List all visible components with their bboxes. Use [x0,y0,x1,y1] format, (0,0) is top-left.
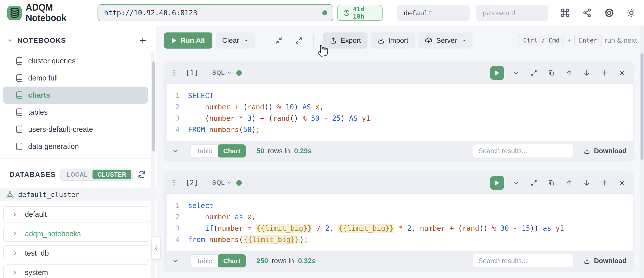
export-button[interactable]: Export [323,32,367,49]
download-label: Download [594,257,626,265]
expand-diagonal-icon [530,69,537,76]
move-cell-up-button[interactable] [565,178,574,187]
drag-handle-icon[interactable] [171,180,176,186]
database-item-adqm_notebooks[interactable]: adqm_notebooks [3,226,150,242]
close-icon [618,69,625,76]
command-shortcuts-button[interactable] [560,7,571,18]
chevron-down-icon [513,69,520,76]
line-number: 2 [167,101,183,113]
sidebar-collapse-button[interactable] [152,236,161,260]
download-icon [583,257,590,264]
run-all-button[interactable]: Run All [164,32,212,49]
cell-language-select[interactable]: SQL [212,69,231,76]
cell-status-dot [236,180,242,186]
drag-handle-icon[interactable] [171,70,176,76]
cell-collapse-button[interactable] [512,68,521,77]
download-results-button[interactable]: Download [583,147,626,155]
rows-text: rows in [268,147,290,155]
collapse-all-cells-button[interactable] [273,35,285,46]
search-results-input[interactable] [473,144,573,158]
clear-button[interactable]: Clear [216,32,255,49]
import-button[interactable]: Import [371,32,415,49]
view-table-tab[interactable]: Table [191,144,218,157]
code-editor[interactable]: 1SELECT2 number + (rand() % 10) AS x,3 (… [164,84,633,141]
cell-collapse-button[interactable] [512,178,521,187]
results-collapse-button[interactable] [171,256,180,265]
uptime-badge: 41d 18h [337,5,383,21]
play-icon [495,180,500,186]
move-cell-up-button[interactable] [565,68,574,77]
refresh-databases-button[interactable] [137,170,147,180]
sidebar-item-tables[interactable]: tables [3,104,148,121]
code-text: (number * 3) + (rand() % 50 - 25) AS y1 [183,113,370,124]
chevron-down-icon [172,257,179,264]
view-table-tab[interactable]: Table [191,254,218,267]
code-line: 2 number as x, [167,211,633,223]
code-text: number + (rand() % 10) AS x, [183,101,324,113]
code-lines[interactable]: 1SELECT2 number + (rand() % 10) AS x,3 (… [167,84,633,141]
password-input[interactable] [476,5,548,21]
database-item-system[interactable]: system [3,264,150,278]
cloud-sync-icon [425,36,433,45]
code-gutter-accent [164,84,167,141]
toggle-local[interactable]: LOCAL [62,170,93,179]
move-cell-down-button[interactable] [582,68,591,77]
line-number: 4 [167,234,183,245]
sidebar-item-cluster-queries[interactable]: cluster queries [3,52,148,69]
toggle-cluster[interactable]: CLUSTER [93,170,131,179]
sidebar-scrollbar-thumb[interactable] [152,61,155,151]
notebook-icon [15,91,24,99]
database-item-default[interactable]: default [3,206,150,222]
header-icon-group [560,7,637,18]
sidebar-item-label: users-default-create [28,125,93,134]
view-chart-tab[interactable]: Chart [218,144,246,157]
results-collapse-button[interactable] [171,146,180,155]
cell-language-select[interactable]: SQL [212,179,231,186]
sidebar-item-demo-full[interactable]: demo full [3,69,148,87]
server-url-input[interactable] [98,4,333,21]
chevron-right-icon [12,269,18,275]
code-lines[interactable]: 1select2 number as x,3 if(number = {{lim… [167,194,633,251]
line-number: 3 [167,223,183,234]
line-number: 1 [167,90,183,101]
cell-fullscreen-button[interactable] [529,178,538,187]
username-input[interactable] [397,5,470,21]
cell-duplicate-button[interactable] [547,68,556,77]
chevron-down-icon [244,38,248,43]
move-cell-down-button[interactable] [582,178,591,187]
code-editor[interactable]: 1select2 number as x,3 if(number = {{lim… [164,194,633,251]
line-number: 1 [167,200,183,211]
search-results-input[interactable] [473,254,573,268]
sidebar-item-label: charts [28,91,50,99]
cluster-row[interactable]: default_cluster [0,188,156,201]
main-scrollbar-thumb[interactable] [640,53,643,160]
settings-button[interactable] [604,7,615,18]
cell-fullscreen-button[interactable] [529,68,538,77]
run-cell-button[interactable] [490,66,504,80]
toolbar-separator [264,34,264,47]
add-notebook-button[interactable] [137,35,148,46]
sidebar-item-data-generation[interactable]: data generation [3,138,148,155]
server-label: Server [436,36,457,45]
scope-toggle: LOCAL CLUSTER [60,169,133,181]
share-button[interactable] [582,7,593,18]
expand-all-cells-button[interactable] [293,35,304,46]
database-item-test_db[interactable]: test_db [3,245,150,261]
plus-text: + [567,37,571,45]
cell-duplicate-button[interactable] [547,178,556,187]
add-cell-button[interactable] [600,68,609,77]
download-results-button[interactable]: Download [583,257,626,265]
chevron-down-icon[interactable] [7,37,13,44]
main-content: Run All Clear [156,26,644,278]
run-cell-button[interactable] [490,176,504,190]
upload-icon [330,37,337,44]
add-cell-button[interactable] [600,178,609,187]
sidebar-item-users-default-create[interactable]: users-default-create [3,121,148,138]
main-scrollbar[interactable] [640,26,644,278]
server-menu-button[interactable]: Server [418,32,472,49]
delete-cell-button[interactable] [617,68,626,77]
delete-cell-button[interactable] [617,178,626,187]
sidebar-item-charts[interactable]: charts [3,87,148,104]
view-chart-tab[interactable]: Chart [218,254,246,267]
theme-toggle-button[interactable] [626,7,637,18]
